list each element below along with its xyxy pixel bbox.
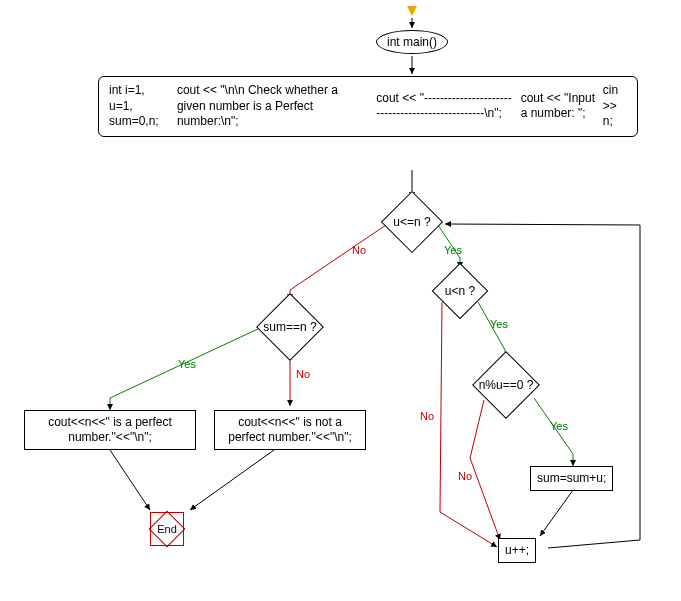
edge-d1-no: No [352,244,366,256]
start-marker [407,6,417,16]
node-init: int i=1, u=1, sum=0,n; cout << "\n\n Che… [98,76,638,137]
edge-d3-yes: Yes [490,318,508,330]
edge-d2-no: No [296,368,310,380]
init-line5: cin >> n; [603,83,627,130]
init-line4: cout << "Input a number: "; [521,91,596,122]
p-inc-label: u++; [505,543,529,558]
p-perfect-label: cout<<n<<" is a perfect number."<<"\n"; [48,415,172,445]
decision-u-lt-n: u<n ? [432,268,488,314]
decision-mod: n%u==0 ? [466,358,546,412]
process-not-perfect: cout<<n<<" is not a perfect number."<<"\… [214,410,366,450]
edge-d4-yes: Yes [550,420,568,432]
p-sum-label: sum=sum+u; [537,471,606,486]
d4-label: n%u==0 ? [479,378,534,392]
node-end: End [150,512,184,546]
init-line1: int i=1, u=1, sum=0,n; [109,83,170,130]
node-main: int main() [376,30,448,54]
end-label: End [157,523,177,535]
flowchart-canvas: int main() int i=1, u=1, sum=0,n; cout <… [0,0,681,601]
d3-label: u<n ? [445,284,475,298]
node-main-label: int main() [387,35,437,49]
d2-label: sum==n ? [263,320,316,334]
edge-d1-yes: Yes [444,244,462,256]
edge-d3-no: No [420,410,434,422]
edge-d2-yes: Yes [178,358,196,370]
d1-label: u<=n ? [393,215,430,229]
process-inc: u++; [498,538,536,563]
init-line3: cout << "-------------------------------… [376,91,513,122]
p-notperfect-label: cout<<n<<" is not a perfect number."<<"\… [228,415,352,445]
process-perfect: cout<<n<<" is a perfect number."<<"\n"; [24,410,196,450]
decision-u-le-n: u<=n ? [382,198,442,246]
init-line2: cout << "\n\n Check whether a given numb… [177,83,369,130]
edge-d4-no: No [458,470,472,482]
decision-sum-eq-n: sum==n ? [248,300,332,354]
process-sum: sum=sum+u; [530,466,613,491]
